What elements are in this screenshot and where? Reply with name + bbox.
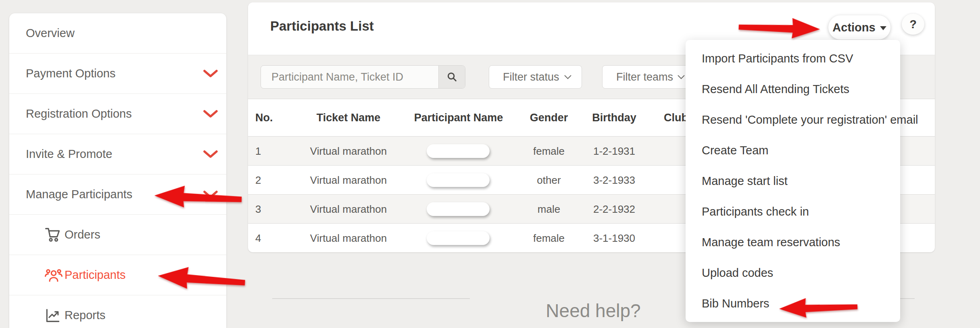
sidebar-item-participants[interactable]: Participants	[9, 255, 226, 295]
help-button[interactable]: ?	[902, 14, 924, 35]
cell-no: 3	[255, 203, 284, 215]
search-box	[261, 65, 465, 89]
sidebar-item-label: Manage Participants	[26, 188, 132, 201]
sidebar-item-payment-options[interactable]: Payment Options	[9, 54, 226, 94]
chevron-down-icon	[677, 75, 685, 79]
cell-no: 1	[255, 145, 284, 157]
sidebar-item-invite-promote[interactable]: Invite & Promote	[9, 134, 226, 174]
cell-no: 2	[255, 174, 284, 186]
actions-button[interactable]: Actions	[828, 15, 890, 39]
search-input[interactable]	[261, 66, 438, 88]
sidebar-item-label: Orders	[65, 228, 100, 241]
chevron-down-icon	[564, 75, 572, 79]
menu-item-resend-tickets[interactable]: Resend All Attending Tickets	[686, 74, 900, 104]
cell-birthday: 2-2-1932	[574, 203, 655, 215]
column-header-birthday: Birthday	[574, 112, 655, 124]
app-root: Overview Payment Options Registration Op…	[0, 0, 980, 328]
sidebar-item-registration-options[interactable]: Registration Options	[9, 94, 226, 134]
column-header-ticket: Ticket Name	[286, 112, 411, 124]
filter-teams-label: Filter teams	[616, 71, 673, 83]
sidebar-item-label: Invite & Promote	[26, 147, 112, 161]
cell-birthday: 3-1-1930	[574, 232, 655, 244]
participant-name-redacted	[427, 144, 490, 158]
search-button[interactable]	[438, 66, 465, 88]
column-header-participant: Participant Name	[402, 112, 515, 124]
chart-icon	[44, 307, 62, 324]
cell-birthday: 1-2-1931	[574, 145, 655, 157]
page-title: Participants List	[270, 19, 374, 34]
participant-name-redacted	[427, 173, 490, 187]
menu-item-create-team[interactable]: Create Team	[686, 135, 900, 166]
menu-item-import-csv[interactable]: Import Participants from CSV	[686, 43, 900, 74]
sidebar: Overview Payment Options Registration Op…	[9, 13, 226, 328]
footer-divider-left	[272, 298, 470, 299]
sidebar-item-label: Overview	[26, 27, 75, 40]
cell-ticket: Virtual marathon	[286, 232, 411, 244]
participant-name-redacted	[427, 231, 490, 245]
menu-item-resend-registration[interactable]: Resend 'Complete your registration' emai…	[686, 104, 900, 135]
filter-status-select[interactable]: Filter status	[489, 65, 582, 89]
participant-name-redacted	[427, 202, 490, 216]
need-help-heading: Need help?	[513, 300, 674, 322]
sidebar-item-overview[interactable]: Overview	[9, 13, 226, 54]
sidebar-item-label: Registration Options	[26, 107, 132, 120]
filter-status-label: Filter status	[503, 71, 559, 83]
actions-menu: Import Participants from CSV Resend All …	[686, 40, 900, 322]
chevron-down-icon	[203, 110, 218, 118]
menu-item-upload-codes[interactable]: Upload codes	[686, 257, 900, 288]
menu-item-manage-team-reservations[interactable]: Manage team reservations	[686, 227, 900, 257]
chevron-down-icon	[203, 70, 218, 78]
cell-ticket: Virtual marathon	[286, 145, 411, 157]
menu-item-bib-numbers[interactable]: Bib Numbers	[686, 288, 900, 319]
cell-ticket: Virtual marathon	[286, 203, 411, 215]
people-icon	[44, 266, 63, 284]
cell-birthday: 3-2-1933	[574, 174, 655, 186]
sidebar-item-label: Reports	[65, 309, 106, 322]
filter-teams-select[interactable]: Filter teams	[602, 65, 695, 89]
sidebar-item-orders[interactable]: Orders	[9, 215, 226, 255]
sidebar-item-label: Participants	[65, 268, 126, 282]
menu-item-participants-check-in[interactable]: Participants check in	[686, 196, 900, 227]
sidebar-item-reports[interactable]: Reports	[9, 295, 226, 328]
chevron-down-icon	[203, 191, 218, 199]
chevron-down-icon	[203, 150, 218, 158]
column-header-no: No.	[255, 112, 284, 124]
menu-item-manage-start-list[interactable]: Manage start list	[686, 166, 900, 196]
actions-button-label: Actions	[832, 21, 875, 34]
cell-no: 4	[255, 232, 284, 244]
sidebar-item-manage-participants[interactable]: Manage Participants	[9, 174, 226, 215]
magnifier-icon	[446, 71, 458, 83]
sidebar-item-label: Payment Options	[26, 67, 115, 80]
caret-down-icon	[880, 26, 886, 30]
cell-ticket: Virtual marathon	[286, 174, 411, 186]
cart-icon	[44, 226, 62, 244]
